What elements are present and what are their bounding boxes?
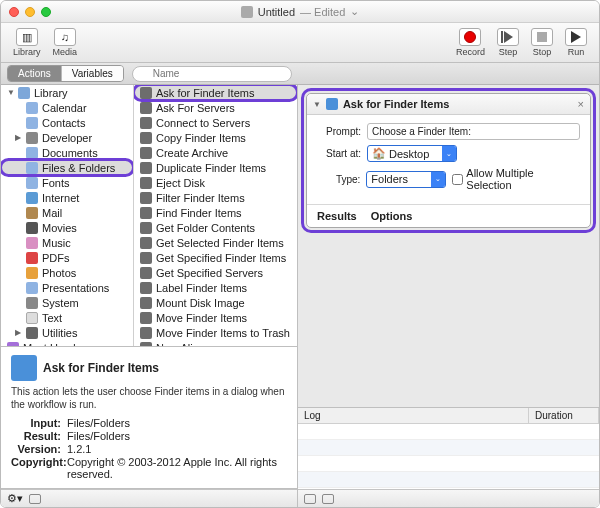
- action-item[interactable]: Find Finder Items: [134, 205, 297, 220]
- smart-folder-icon: [7, 342, 19, 347]
- music-icon: [26, 237, 38, 249]
- library-item[interactable]: ▶Developer: [1, 130, 133, 145]
- library-item[interactable]: Photos: [1, 265, 133, 280]
- action-item[interactable]: Filter Finder Items: [134, 190, 297, 205]
- action-item[interactable]: Get Specified Finder Items: [134, 250, 297, 265]
- action-icon: [140, 327, 152, 339]
- action-item[interactable]: Ask for Finder Items: [134, 85, 297, 100]
- toolbar: ▥ Library ♫ Media Record Step Stop: [1, 23, 599, 63]
- tab-actions[interactable]: Actions: [8, 66, 62, 81]
- search-input[interactable]: [132, 66, 292, 82]
- log-column-header[interactable]: Log: [298, 408, 529, 423]
- duration-column-header[interactable]: Duration: [529, 408, 599, 423]
- edited-badge: — Edited: [300, 6, 345, 18]
- options-tab[interactable]: Options: [371, 210, 413, 222]
- action-item[interactable]: Label Finder Items: [134, 280, 297, 295]
- library-item[interactable]: Fonts: [1, 175, 133, 190]
- title-dropdown-icon[interactable]: ⌄: [350, 5, 359, 18]
- type-popup[interactable]: Folders ⌄: [366, 171, 446, 188]
- document-title: Untitled: [258, 6, 295, 18]
- action-icon: [140, 147, 152, 159]
- chevron-updown-icon: ⌄: [431, 172, 445, 187]
- description-panel: Ask for Finder Items This action lets th…: [1, 347, 297, 489]
- folder-icon: [26, 177, 38, 189]
- gear-menu-icon[interactable]: ⚙▾: [7, 492, 23, 505]
- close-icon[interactable]: [9, 7, 19, 17]
- action-item[interactable]: Move Finder Items to Trash: [134, 325, 297, 340]
- action-item[interactable]: Connect to Servers: [134, 115, 297, 130]
- start-at-label: Start at:: [317, 148, 361, 159]
- library-item[interactable]: Contacts: [1, 115, 133, 130]
- tab-variables[interactable]: Variables: [62, 66, 123, 81]
- stop-button[interactable]: Stop: [527, 26, 557, 59]
- library-item[interactable]: Movies: [1, 220, 133, 235]
- library-item[interactable]: Internet: [1, 190, 133, 205]
- action-icon: [140, 222, 152, 234]
- prompt-input[interactable]: [367, 123, 580, 140]
- workflow-pane: ▼ Ask for Finder Items × Prompt: Start a…: [298, 85, 599, 507]
- view-mode-icon[interactable]: [304, 494, 316, 504]
- description-body: This action lets the user choose Finder …: [11, 385, 287, 411]
- action-title: Ask for Finder Items: [343, 98, 449, 110]
- start-at-popup[interactable]: 🏠 Desktop ⌄: [367, 145, 457, 162]
- library-item[interactable]: Files & Folders: [1, 160, 133, 175]
- zoom-icon[interactable]: [41, 7, 51, 17]
- step-button[interactable]: Step: [493, 26, 523, 59]
- action-item[interactable]: Move Finder Items: [134, 310, 297, 325]
- library-column: ▼ Library CalendarContacts▶DeveloperDocu…: [1, 85, 134, 346]
- library-root[interactable]: ▼ Library: [1, 85, 133, 100]
- action-item[interactable]: New Aliases: [134, 340, 297, 346]
- record-icon: [464, 31, 476, 43]
- titlebar: Untitled — Edited ⌄: [1, 1, 599, 23]
- run-button[interactable]: Run: [561, 26, 591, 59]
- action-item[interactable]: Eject Disk: [134, 175, 297, 190]
- action-icon: [140, 312, 152, 324]
- record-button[interactable]: Record: [452, 26, 489, 59]
- action-icon: [140, 177, 152, 189]
- action-item[interactable]: Ask For Servers: [134, 100, 297, 115]
- action-icon: [140, 102, 152, 114]
- action-item[interactable]: Create Archive: [134, 145, 297, 160]
- results-tab[interactable]: Results: [317, 210, 357, 222]
- library-item[interactable]: PDFs: [1, 250, 133, 265]
- log-panel: Log Duration: [298, 407, 599, 507]
- panel-toggle-icon[interactable]: [29, 494, 41, 504]
- action-item[interactable]: Get Specified Servers: [134, 265, 297, 280]
- view-mode-icon[interactable]: [322, 494, 334, 504]
- minimize-icon[interactable]: [25, 7, 35, 17]
- stop-icon: [537, 32, 547, 42]
- disclosure-icon[interactable]: ▼: [313, 100, 321, 109]
- library-item[interactable]: Calendar: [1, 100, 133, 115]
- library-item[interactable]: Documents: [1, 145, 133, 160]
- step-icon: [504, 31, 513, 43]
- finder-icon: [326, 98, 338, 110]
- workflow-action[interactable]: ▼ Ask for Finder Items × Prompt: Start a…: [306, 93, 591, 228]
- close-action-icon[interactable]: ×: [578, 98, 584, 110]
- action-item[interactable]: Copy Finder Items: [134, 130, 297, 145]
- library-item[interactable]: Mail: [1, 205, 133, 220]
- type-label: Type:: [317, 174, 360, 185]
- action-icon: [140, 117, 152, 129]
- disclosure-icon[interactable]: ▼: [7, 88, 14, 97]
- folder-icon: [26, 147, 38, 159]
- library-item[interactable]: ▶Utilities: [1, 325, 133, 340]
- library-item[interactable]: Music: [1, 235, 133, 250]
- library-item[interactable]: Text: [1, 310, 133, 325]
- action-item[interactable]: Get Selected Finder Items: [134, 235, 297, 250]
- library-item[interactable]: System: [1, 295, 133, 310]
- action-icon: [140, 132, 152, 144]
- left-statusbar: ⚙▾: [1, 489, 297, 507]
- library-button[interactable]: ▥ Library: [9, 26, 45, 59]
- action-item[interactable]: Mount Disk Image: [134, 295, 297, 310]
- action-item[interactable]: Duplicate Finder Items: [134, 160, 297, 175]
- allow-multiple-checkbox[interactable]: Allow Multiple Selection: [452, 167, 580, 191]
- library-item[interactable]: Most Used: [1, 340, 133, 346]
- folder-icon: [26, 117, 38, 129]
- action-item[interactable]: Get Folder Contents: [134, 220, 297, 235]
- description-title: Ask for Finder Items: [43, 361, 159, 375]
- disclosure-icon[interactable]: ▶: [15, 133, 22, 142]
- library-item[interactable]: Presentations: [1, 280, 133, 295]
- disclosure-icon[interactable]: ▶: [15, 328, 22, 337]
- media-button[interactable]: ♫ Media: [49, 26, 82, 59]
- util-icon: [26, 327, 38, 339]
